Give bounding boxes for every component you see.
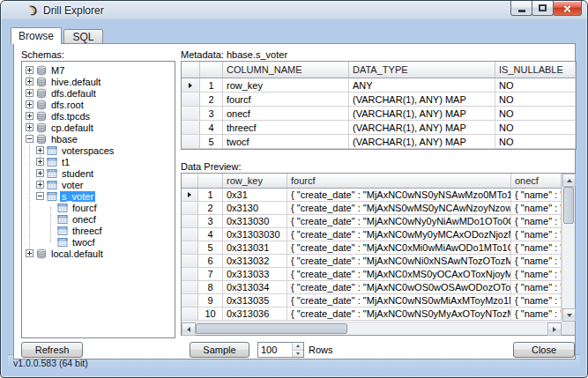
title-bar[interactable]: Drill Explorer (1, 1, 587, 19)
column-header-onecf[interactable]: onecf (511, 174, 562, 189)
data-preview-grid[interactable]: row_keyfourcfonecf10x31{ "create_date" :… (181, 173, 576, 336)
tree-item-hbase[interactable]: hbase (22, 133, 175, 145)
column-header-row_key[interactable]: row_key (223, 174, 287, 189)
table-row[interactable]: 2fourcf(VARCHAR(1), ANY) MAPNO (182, 93, 576, 107)
data-cell-onecf: { "name" : "bmlja (511, 189, 562, 202)
data-cell-DATA_TYPE: (VARCHAR(1), ANY) MAP (349, 93, 495, 107)
tree-item-s_voter[interactable]: s_voter (22, 190, 175, 202)
expand-icon[interactable] (36, 146, 44, 154)
tree-item-M7[interactable]: M7 (22, 64, 175, 76)
table-row[interactable]: 100x313036{ "create_date" : "MjAxNC0wNS0… (182, 308, 562, 321)
maximize-button[interactable] (532, 1, 554, 16)
tree-item-dfs.tpcds[interactable]: dfs.tpcds (22, 110, 175, 122)
tree-item-dfs.default[interactable]: dfs.default (22, 87, 175, 99)
expand-icon[interactable] (26, 123, 33, 131)
table-icon (57, 237, 68, 248)
tree-item-twocf[interactable]: twocf (22, 236, 175, 248)
tree-item-voter[interactable]: voter (22, 179, 175, 190)
sample-button[interactable]: Sample (190, 342, 249, 358)
data-cell-fourcf: { "create_date" : "MjAxNC0wNS0yMyAxOToyN… (287, 308, 511, 321)
grid-header-corner (182, 174, 198, 189)
expand-icon[interactable] (26, 112, 33, 120)
expand-icon[interactable] (26, 249, 33, 257)
table-row[interactable]: 3onecf(VARCHAR(1), ANY) MAPNO (182, 107, 576, 121)
tree-item-fourcf[interactable]: fourcf (22, 202, 175, 213)
tree-item-label: t1 (60, 157, 71, 167)
column-header-COLUMN_NAME[interactable]: COLUMN_NAME (223, 62, 349, 78)
rows-count-spinner[interactable]: 100 (257, 342, 304, 358)
tree-item-cp.default[interactable]: cp.default (22, 122, 175, 133)
spin-up-button[interactable] (293, 343, 303, 351)
minimize-button[interactable] (510, 1, 532, 16)
database-icon (36, 77, 47, 87)
horizontal-scrollbar[interactable] (182, 322, 562, 335)
metadata-grid[interactable]: COLUMN_NAMEDATA_TYPEIS_NULLABLE1row_keyA… (181, 61, 577, 150)
row-number-cell: 2 (200, 93, 223, 107)
up-arrow-icon (567, 179, 572, 182)
tree-item-hive.default[interactable]: hive.default (22, 76, 175, 87)
table-row[interactable]: 70x313033{ "create_date" : "MjAxNC0xMS0y… (182, 268, 562, 281)
row-number-cell: 2 (198, 202, 223, 215)
expand-icon[interactable] (36, 169, 44, 177)
table-row[interactable]: 60x313032{ "create_date" : "MjAxNC0wNi0x… (182, 255, 562, 268)
grid-header-row: COLUMN_NAMEDATA_TYPEIS_NULLABLE (182, 62, 576, 78)
tree-item-t1[interactable]: t1 (22, 156, 175, 167)
tree-item-onecf[interactable]: onecf (22, 213, 175, 225)
table-row[interactable]: 10x31{ "create_date" : "MjAxNC0wNS0yNSAw… (182, 189, 562, 202)
close-window-button[interactable] (553, 1, 582, 16)
data-cell-onecf: { "name" : "aG9s (511, 308, 562, 321)
close-button[interactable]: Close (513, 342, 575, 358)
expand-icon[interactable] (26, 66, 33, 74)
tree-item-student[interactable]: student (22, 167, 175, 179)
horizontal-scroll-thumb[interactable] (196, 323, 347, 334)
close-icon (562, 4, 572, 13)
vertical-scrollbar[interactable] (562, 174, 575, 322)
table-row[interactable]: 5twocf(VARCHAR(1), ANY) MAPNO (182, 135, 576, 149)
data-cell-row_key: 0x3130 (223, 202, 287, 215)
rows-count-value[interactable]: 100 (261, 345, 277, 355)
expand-icon[interactable] (26, 89, 33, 97)
spin-down-button[interactable] (293, 351, 303, 358)
table-row[interactable]: 80x313034{ "create_date" : "MjAxNC0wOS0w… (182, 281, 562, 294)
tree-item-dfs.root[interactable]: dfs.root (22, 99, 175, 110)
row-number-cell: 8 (198, 281, 223, 294)
tree-item-local.default[interactable]: local.default (22, 248, 175, 259)
row-header-cell (182, 228, 198, 241)
data-cell-DATA_TYPE: (VARCHAR(1), ANY) MAP (349, 135, 495, 149)
table-row[interactable]: 50x313031{ "create_date" : "MjAxNC0xMi0w… (182, 241, 562, 255)
data-cell-onecf: { "name" : "c2FyY (511, 215, 562, 228)
tree-item-threecf[interactable]: threecf (22, 225, 175, 236)
rows-label: Rows (309, 345, 333, 355)
tree-item-voterspaces[interactable]: voterspaces (22, 145, 175, 156)
expand-icon[interactable] (26, 100, 33, 108)
column-header-fourcf[interactable]: fourcf (287, 174, 511, 189)
data-cell-DATA_TYPE: (VARCHAR(1), ANY) MAP (349, 107, 495, 121)
row-number-cell: 10 (198, 308, 223, 321)
expand-icon[interactable] (36, 181, 44, 189)
table-row[interactable]: 90x313035{ "create_date" : "MjAxNC0wNS0w… (182, 294, 562, 308)
schemas-tree[interactable]: M7hive.defaultdfs.defaultdfs.rootdfs.tpc… (21, 61, 175, 338)
collapse-icon[interactable] (36, 192, 44, 200)
column-header-DATA_TYPE[interactable]: DATA_TYPE (349, 62, 495, 78)
data-cell-fourcf: { "create_date" : "MjAxNC0wNy0yNiAwMDo1O… (287, 215, 511, 228)
expand-icon[interactable] (36, 158, 44, 166)
vertical-scroll-thumb[interactable] (563, 187, 574, 224)
data-cell-row_key: 0x31303030 (223, 228, 287, 241)
database-icon (36, 65, 47, 76)
tab-sql[interactable]: SQL (63, 29, 103, 44)
table-row[interactable]: 30x313030{ "create_date" : "MjAxNC0wNy0y… (182, 215, 562, 228)
left-arrow-icon (187, 327, 190, 332)
column-header-IS_NULLABLE[interactable]: IS_NULLABLE (495, 62, 576, 78)
refresh-button[interactable]: Refresh (21, 342, 83, 358)
tab-browse[interactable]: Browse (11, 27, 62, 44)
table-row[interactable]: 40x31303030{ "create_date" : "MjAxNC0wMy… (182, 228, 562, 241)
table-row[interactable]: 4threecf(VARCHAR(1), ANY) MAPNO (182, 121, 576, 135)
table-row[interactable]: 1row_keyANYNO (182, 78, 576, 93)
collapse-icon[interactable] (26, 135, 33, 143)
table-row[interactable]: 20x3130{ "create_date" : "MjAxNS0wMS0yNC… (182, 202, 562, 215)
scroll-up-button[interactable] (562, 174, 576, 187)
scroll-down-button[interactable] (562, 308, 576, 322)
expand-icon[interactable] (26, 78, 33, 85)
scroll-left-button[interactable] (182, 322, 196, 336)
scroll-right-button[interactable] (547, 322, 562, 336)
